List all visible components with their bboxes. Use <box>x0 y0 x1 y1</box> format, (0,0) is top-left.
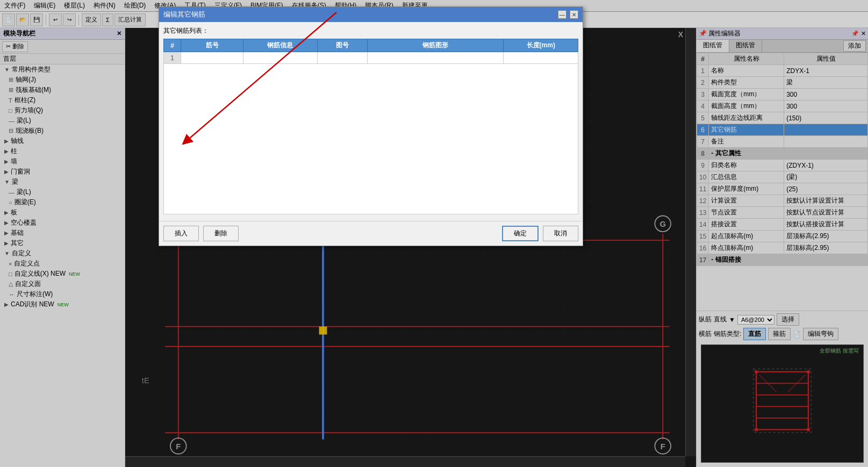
dialog-cell-tuhao[interactable] <box>318 52 367 64</box>
dialog-titlebar: 编辑其它钢筋 — ✕ <box>159 7 583 22</box>
dialog-empty-area <box>163 64 578 214</box>
dialog-cell-xinxi[interactable] <box>243 52 318 64</box>
col-tuxing: 钢筋图形 <box>367 39 504 52</box>
insert-button[interactable]: 插入 <box>163 226 199 241</box>
dialog-btn-left: 插入 删除 <box>163 226 239 241</box>
dialog-content: 其它钢筋列表： # 筋号 钢筋信息 图号 钢筋图形 长度(mm) 1 <box>159 22 583 219</box>
cancel-button[interactable]: 取消 <box>543 226 578 241</box>
dialog-title: 编辑其它钢筋 <box>163 10 205 19</box>
confirm-button[interactable]: 确定 <box>502 226 539 241</box>
col-rownum: # <box>164 39 181 52</box>
edit-rebar-dialog: 编辑其它钢筋 — ✕ 其它钢筋列表： # 筋号 钢筋信息 图号 钢筋图形 长度(… <box>159 6 583 246</box>
dialog-btn-right: 确定 取消 <box>502 226 578 241</box>
col-changdu: 长度(mm) <box>504 39 578 52</box>
dialog-close-btn[interactable]: ✕ <box>570 10 578 19</box>
col-jinhao: 筋号 <box>181 39 243 52</box>
delete-button[interactable]: 删除 <box>203 226 239 241</box>
col-tuhao: 图号 <box>318 39 367 52</box>
dialog-controls: — ✕ <box>558 10 578 19</box>
dialog-row-num: 1 <box>164 52 181 64</box>
dialog-subtitle: 其它钢筋列表： <box>163 26 578 35</box>
dialog-cell-jinhao[interactable] <box>181 52 243 64</box>
dialog-cell-changdu[interactable] <box>504 52 578 64</box>
col-xinxi: 钢筋信息 <box>243 39 318 52</box>
dialog-minimize-btn[interactable]: — <box>558 10 566 19</box>
dialog-table: # 筋号 钢筋信息 图号 钢筋图形 长度(mm) 1 <box>163 39 578 64</box>
dialog-cell-tuxing[interactable] <box>367 52 504 64</box>
dialog-buttons: 插入 删除 确定 取消 <box>159 221 583 246</box>
dialog-overlay: 编辑其它钢筋 — ✕ 其它钢筋列表： # 筋号 钢筋信息 图号 钢筋图形 长度(… <box>0 0 868 467</box>
dialog-table-row: 1 <box>164 52 578 64</box>
